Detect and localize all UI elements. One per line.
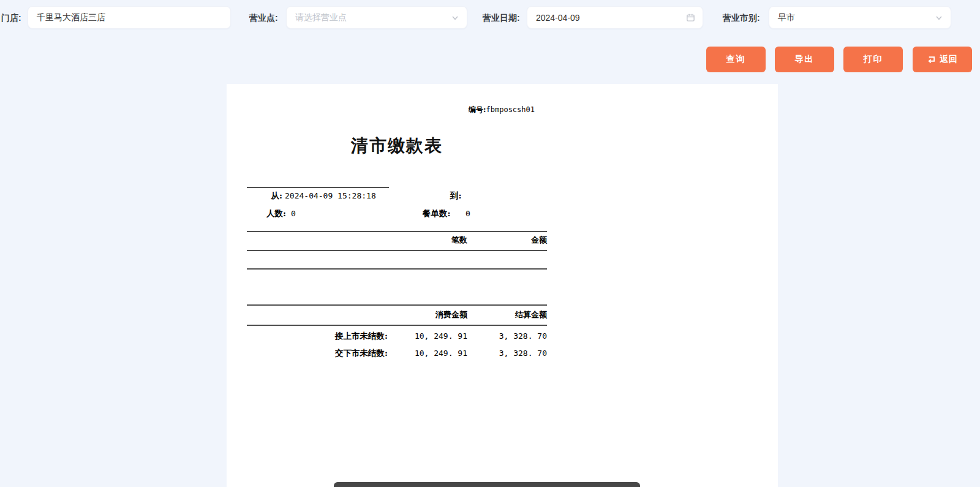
calendar-icon[interactable] <box>686 7 695 28</box>
report-code-label: 编号: <box>469 105 486 114</box>
from-value: 2024-04-09 15:28:18 <box>285 191 376 200</box>
business-date-input[interactable]: 2024-04-09 <box>527 6 703 29</box>
orders-value: 0 <box>466 209 470 218</box>
store-input[interactable]: 千里马大酒店三店 <box>28 6 231 29</box>
from-label: 从: <box>271 191 282 202</box>
column-header-count: 笔数 <box>451 235 467 246</box>
horizontal-scrollbar-thumb[interactable] <box>334 482 640 487</box>
column-header-settle: 结算金额 <box>515 309 547 320</box>
report-code-value: fbmposcsh01 <box>486 105 535 114</box>
report-title: 清市缴款表 <box>247 134 547 157</box>
report-rule <box>247 268 547 270</box>
shift-select-value: 早市 <box>778 12 795 23</box>
column-header-amount: 金额 <box>531 235 547 246</box>
report-rule <box>247 250 547 251</box>
report-rule <box>247 231 547 232</box>
chevron-down-icon[interactable] <box>451 7 459 28</box>
to-label: 到: <box>450 191 461 202</box>
back-button-label: 返回 <box>940 54 958 65</box>
settlement-row-label: 交下市未结数: <box>335 348 388 359</box>
business-date-value: 2024-04-09 <box>536 13 580 23</box>
outlet-select-placeholder: 请选择营业点 <box>295 12 347 23</box>
people-value: 0 <box>291 209 296 218</box>
shift-select[interactable]: 早市 <box>769 6 951 29</box>
people-label: 人数: <box>266 208 286 219</box>
report-panel: 编号:fbmposcsh01 清市缴款表 从: 2024-04-09 15:28… <box>227 84 778 487</box>
report-rule <box>247 187 389 188</box>
settlement-row-settle: 3, 328. 70 <box>499 349 547 358</box>
column-header-consume: 消费金额 <box>435 309 467 320</box>
settlement-row-consume: 10, 249. 91 <box>415 331 467 341</box>
back-button[interactable]: 返回 <box>913 47 972 72</box>
return-arrow-icon <box>927 55 936 64</box>
store-input-value: 千里马大酒店三店 <box>37 12 105 23</box>
outlet-select[interactable]: 请选择营业点 <box>286 6 467 29</box>
settlement-row-label: 接上市未结数: <box>335 331 388 342</box>
business-date-label: 营业日期: <box>483 12 520 23</box>
report-rule <box>247 325 547 326</box>
query-button[interactable]: 查询 <box>706 47 766 72</box>
report-rule <box>247 304 547 306</box>
chevron-down-icon[interactable] <box>935 7 943 28</box>
outlet-label: 营业点: <box>249 12 278 23</box>
report-code: 编号:fbmposcsh01 <box>469 105 535 115</box>
store-label: 门店: <box>1 12 21 23</box>
shift-label: 营业市别: <box>723 12 760 23</box>
settlement-row-consume: 10, 249. 91 <box>415 349 467 358</box>
orders-label: 餐单数: <box>423 208 450 219</box>
print-button[interactable]: 打印 <box>843 47 903 72</box>
export-button[interactable]: 导出 <box>775 47 834 72</box>
settlement-row-settle: 3, 328. 70 <box>499 331 547 341</box>
